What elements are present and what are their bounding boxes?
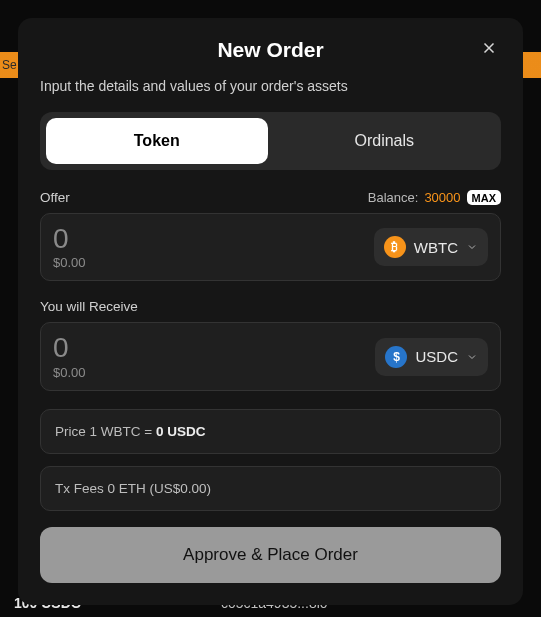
bg-partial-text: Se bbox=[2, 58, 17, 72]
offer-label: Offer bbox=[40, 190, 70, 205]
close-button[interactable] bbox=[477, 36, 501, 60]
offer-token-select[interactable]: ₿ WBTC bbox=[374, 228, 488, 266]
fees-info-box: Tx Fees 0 ETH (US$0.00) bbox=[40, 466, 501, 511]
receive-token-select[interactable]: $ USDC bbox=[375, 338, 488, 376]
modal-subtitle: Input the details and values of your ord… bbox=[40, 78, 501, 94]
receive-amount-input[interactable]: 0 bbox=[53, 333, 86, 362]
offer-token-symbol: WBTC bbox=[414, 239, 458, 256]
usdc-icon: $ bbox=[385, 346, 407, 368]
approve-place-order-button[interactable]: Approve & Place Order bbox=[40, 527, 501, 583]
modal-title: New Order bbox=[217, 38, 323, 62]
modal-header: New Order bbox=[40, 38, 501, 62]
max-button[interactable]: MAX bbox=[467, 190, 501, 205]
tab-ordinals[interactable]: Ordinals bbox=[274, 118, 496, 164]
receive-fiat-value: $0.00 bbox=[53, 365, 86, 380]
chevron-down-icon bbox=[466, 241, 478, 253]
offer-amount-box: 0 $0.00 ₿ WBTC bbox=[40, 213, 501, 281]
receive-label: You will Receive bbox=[40, 299, 138, 314]
price-amount: 0 USDC bbox=[156, 424, 206, 439]
offer-fiat-value: $0.00 bbox=[53, 255, 86, 270]
chevron-down-icon bbox=[466, 351, 478, 363]
fees-text: Tx Fees 0 ETH (US$0.00) bbox=[55, 481, 211, 496]
order-type-tabs: Token Ordinals bbox=[40, 112, 501, 170]
offer-amount-input[interactable]: 0 bbox=[53, 224, 86, 253]
close-icon bbox=[480, 39, 498, 57]
new-order-modal: New Order Input the details and values o… bbox=[18, 18, 523, 605]
tab-token[interactable]: Token bbox=[46, 118, 268, 164]
wbtc-icon: ₿ bbox=[384, 236, 406, 258]
price-info-box: Price 1 WBTC = 0 USDC bbox=[40, 409, 501, 454]
price-prefix: Price 1 WBTC = bbox=[55, 424, 156, 439]
offer-amount-left: 0 $0.00 bbox=[53, 224, 86, 270]
receive-token-symbol: USDC bbox=[415, 348, 458, 365]
balance-label: Balance: bbox=[368, 190, 419, 205]
offer-header: Offer Balance: 30000 MAX bbox=[40, 190, 501, 205]
receive-amount-box: 0 $0.00 $ USDC bbox=[40, 322, 501, 390]
balance-value: 30000 bbox=[424, 190, 460, 205]
balance-wrap: Balance: 30000 MAX bbox=[368, 190, 501, 205]
receive-amount-left: 0 $0.00 bbox=[53, 333, 86, 379]
receive-header: You will Receive bbox=[40, 299, 501, 314]
